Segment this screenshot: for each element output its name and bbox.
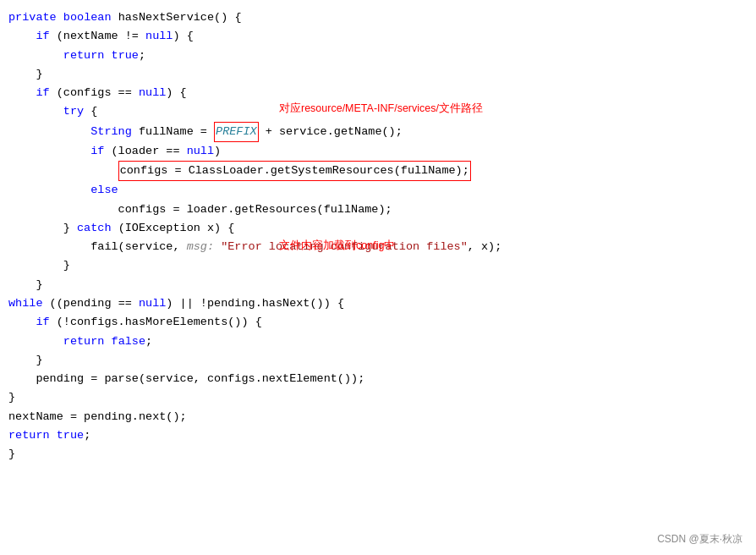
code-line-22: nextName = pending.next(); — [0, 408, 756, 426]
code-line-4: } — [0, 65, 756, 84]
keyword-private: private — [8, 8, 57, 27]
keyword-true-1: true — [112, 47, 139, 65]
code-line-24: } — [0, 445, 756, 464]
code-line-15: } — [0, 276, 756, 294]
keyword-while: while — [8, 294, 43, 313]
keyword-return-3: return — [8, 426, 50, 445]
code-line-6: try { — [0, 102, 756, 121]
code-line-1: private boolean hasNextService() { — [0, 8, 756, 27]
classloader-highlight: configs = ClassLoader.getSystemResources… — [118, 161, 471, 181]
prefix-highlight: PREFIX — [214, 122, 259, 142]
code-line-18: return false; — [0, 332, 756, 351]
keyword-if-4: if — [36, 313, 49, 332]
code-line-9: configs = ClassLoader.getSystemResources… — [0, 161, 756, 181]
code-line-2: if (nextName != null) { — [0, 27, 756, 46]
code-line-17: if (!configs.hasMoreElements()) { — [0, 313, 756, 332]
method-name: hasNextService — [118, 8, 214, 27]
keyword-false: false — [112, 332, 146, 351]
keyword-return-2: return — [63, 332, 105, 351]
code-container: private boolean hasNextService() { if (n… — [0, 0, 756, 555]
keyword-if-2: if — [36, 84, 49, 102]
code-line-14: } — [0, 256, 756, 275]
code-line-7: String fullName = PREFIX + service.getNa… — [0, 122, 756, 142]
keyword-null-1: null — [145, 27, 173, 46]
code-line-3: return true; — [0, 47, 756, 65]
code-line-13: fail(service, msg: "Error locating confi… — [0, 238, 756, 256]
code-line-20: pending = parse(service, configs.nextEle… — [0, 370, 756, 388]
keyword-if-1: if — [36, 27, 49, 46]
keyword-null-3: null — [187, 142, 214, 161]
string-error: "Error locating configuration files" — [221, 238, 468, 256]
keyword-return-1: return — [63, 47, 105, 65]
code-line-16: while ((pending == null) || !pending.has… — [0, 294, 756, 313]
code-line-12: } catch (IOException x) { — [0, 219, 756, 238]
keyword-true-2: true — [57, 426, 84, 445]
code-line-5: if (configs == null) { — [0, 84, 756, 102]
type-string: String — [90, 123, 132, 141]
keyword-catch: catch — [77, 219, 112, 238]
keyword-else: else — [90, 181, 118, 200]
code-line-21: } — [0, 388, 756, 407]
keyword-null-4: null — [139, 294, 166, 313]
code-line-23: return true; — [0, 426, 756, 445]
keyword-boolean: boolean — [63, 8, 112, 27]
footer-credit: CSDN @夏末·秋凉 — [657, 531, 742, 548]
code-line-10: else — [0, 181, 756, 200]
keyword-if-3: if — [90, 142, 104, 161]
keyword-null-2: null — [139, 84, 166, 102]
code-line-19: } — [0, 351, 756, 370]
param-msg: msg: — [187, 238, 214, 256]
code-line-11: configs = loader.getResources(fullName); — [0, 201, 756, 219]
code-line-8: if (loader == null) — [0, 142, 756, 161]
keyword-try: try — [63, 102, 84, 121]
